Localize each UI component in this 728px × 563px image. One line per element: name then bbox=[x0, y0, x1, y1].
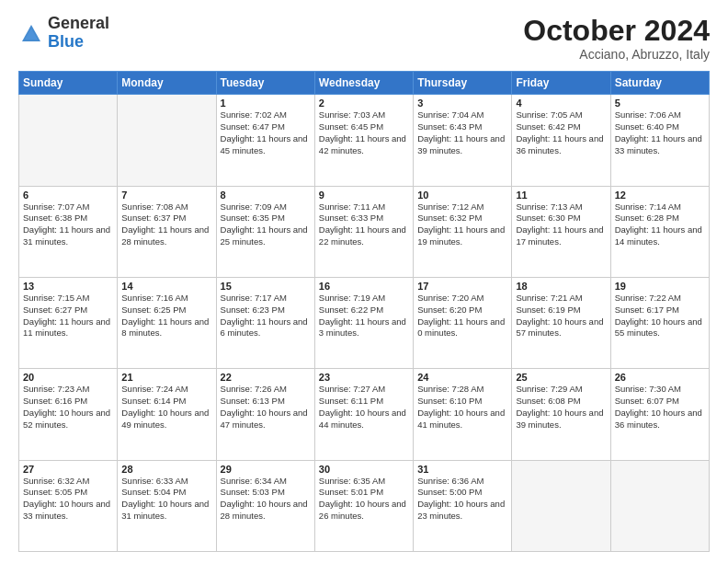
day-number: 22 bbox=[221, 372, 311, 383]
day-number: 4 bbox=[516, 98, 606, 109]
day-number: 18 bbox=[516, 281, 606, 292]
calendar-cell: 25 Sunrise: 7:29 AMSunset: 6:08 PMDaylig… bbox=[512, 369, 610, 460]
calendar-cell: 1 Sunrise: 7:02 AMSunset: 6:47 PMDayligh… bbox=[216, 95, 314, 186]
calendar: SundayMondayTuesdayWednesdayThursdayFrid… bbox=[18, 71, 710, 552]
calendar-cell: 20 Sunrise: 7:23 AMSunset: 6:16 PMDaylig… bbox=[19, 369, 118, 460]
day-header-wednesday: Wednesday bbox=[314, 72, 413, 95]
day-number: 1 bbox=[221, 98, 311, 109]
day-number: 19 bbox=[615, 281, 705, 292]
day-number: 23 bbox=[319, 372, 409, 383]
day-detail: Sunrise: 6:32 AMSunset: 5:05 PMDaylight:… bbox=[23, 476, 113, 523]
day-detail: Sunrise: 7:26 AMSunset: 6:13 PMDaylight:… bbox=[221, 384, 311, 431]
day-number: 15 bbox=[221, 281, 311, 292]
day-detail: Sunrise: 7:03 AMSunset: 6:45 PMDaylight:… bbox=[319, 109, 409, 156]
day-number: 21 bbox=[121, 372, 211, 383]
day-detail: Sunrise: 7:04 AMSunset: 6:43 PMDaylight:… bbox=[417, 109, 507, 156]
calendar-cell: 29 Sunrise: 6:34 AMSunset: 5:03 PMDaylig… bbox=[216, 460, 314, 551]
day-number: 24 bbox=[417, 372, 507, 383]
day-detail: Sunrise: 7:08 AMSunset: 6:37 PMDaylight:… bbox=[121, 201, 211, 248]
day-detail: Sunrise: 7:15 AMSunset: 6:27 PMDaylight:… bbox=[23, 293, 113, 339]
calendar-cell: 30 Sunrise: 6:35 AMSunset: 5:01 PMDaylig… bbox=[314, 460, 413, 551]
calendar-cell: 4 Sunrise: 7:05 AMSunset: 6:42 PMDayligh… bbox=[512, 95, 610, 186]
header: General Blue October 2024 Acciano, Abruz… bbox=[18, 15, 710, 62]
calendar-cell bbox=[610, 460, 709, 551]
calendar-cell: 10 Sunrise: 7:12 AMSunset: 6:32 PMDaylig… bbox=[414, 186, 512, 277]
day-number: 3 bbox=[417, 98, 507, 109]
day-detail: Sunrise: 6:34 AMSunset: 5:03 PMDaylight:… bbox=[221, 476, 311, 523]
day-detail: Sunrise: 7:28 AMSunset: 6:10 PMDaylight:… bbox=[417, 384, 507, 431]
day-number: 8 bbox=[221, 190, 311, 201]
calendar-cell: 24 Sunrise: 7:28 AMSunset: 6:10 PMDaylig… bbox=[414, 369, 512, 460]
day-number: 11 bbox=[516, 190, 606, 201]
day-number: 14 bbox=[121, 281, 211, 292]
calendar-week-1: 6 Sunrise: 7:07 AMSunset: 6:38 PMDayligh… bbox=[19, 186, 710, 277]
calendar-cell: 17 Sunrise: 7:20 AMSunset: 6:20 PMDaylig… bbox=[414, 277, 512, 368]
calendar-cell: 7 Sunrise: 7:08 AMSunset: 6:37 PMDayligh… bbox=[118, 186, 216, 277]
day-detail: Sunrise: 7:20 AMSunset: 6:20 PMDaylight:… bbox=[417, 293, 507, 339]
day-header-monday: Monday bbox=[118, 72, 216, 95]
day-number: 26 bbox=[615, 372, 705, 383]
location: Acciano, Abruzzo, Italy bbox=[523, 47, 710, 62]
calendar-cell: 31 Sunrise: 6:36 AMSunset: 5:00 PMDaylig… bbox=[414, 460, 512, 551]
day-detail: Sunrise: 7:17 AMSunset: 6:23 PMDaylight:… bbox=[221, 293, 311, 339]
day-detail: Sunrise: 7:21 AMSunset: 6:19 PMDaylight:… bbox=[516, 293, 606, 339]
day-detail: Sunrise: 7:11 AMSunset: 6:33 PMDaylight:… bbox=[319, 201, 409, 248]
calendar-cell: 15 Sunrise: 7:17 AMSunset: 6:23 PMDaylig… bbox=[216, 277, 314, 368]
day-detail: Sunrise: 6:35 AMSunset: 5:01 PMDaylight:… bbox=[319, 476, 409, 523]
calendar-week-0: 1 Sunrise: 7:02 AMSunset: 6:47 PMDayligh… bbox=[19, 95, 710, 186]
day-number: 27 bbox=[23, 464, 113, 475]
calendar-cell: 5 Sunrise: 7:06 AMSunset: 6:40 PMDayligh… bbox=[610, 95, 709, 186]
day-detail: Sunrise: 7:24 AMSunset: 6:14 PMDaylight:… bbox=[121, 384, 211, 431]
day-number: 28 bbox=[121, 464, 211, 475]
day-detail: Sunrise: 7:22 AMSunset: 6:17 PMDaylight:… bbox=[615, 293, 705, 339]
calendar-cell: 22 Sunrise: 7:26 AMSunset: 6:13 PMDaylig… bbox=[216, 369, 314, 460]
calendar-cell bbox=[512, 460, 610, 551]
calendar-week-2: 13 Sunrise: 7:15 AMSunset: 6:27 PMDaylig… bbox=[19, 277, 710, 368]
logo-general-text: General bbox=[48, 15, 109, 33]
calendar-cell: 28 Sunrise: 6:33 AMSunset: 5:04 PMDaylig… bbox=[118, 460, 216, 551]
day-header-thursday: Thursday bbox=[414, 72, 512, 95]
day-detail: Sunrise: 7:19 AMSunset: 6:22 PMDaylight:… bbox=[319, 293, 409, 339]
calendar-cell: 9 Sunrise: 7:11 AMSunset: 6:33 PMDayligh… bbox=[314, 186, 413, 277]
calendar-cell: 21 Sunrise: 7:24 AMSunset: 6:14 PMDaylig… bbox=[118, 369, 216, 460]
day-number: 30 bbox=[319, 464, 409, 475]
calendar-header: SundayMondayTuesdayWednesdayThursdayFrid… bbox=[19, 72, 710, 95]
day-detail: Sunrise: 7:29 AMSunset: 6:08 PMDaylight:… bbox=[516, 384, 606, 431]
day-detail: Sunrise: 7:30 AMSunset: 6:07 PMDaylight:… bbox=[615, 384, 705, 431]
day-number: 13 bbox=[23, 281, 113, 292]
calendar-cell: 2 Sunrise: 7:03 AMSunset: 6:45 PMDayligh… bbox=[314, 95, 413, 186]
day-detail: Sunrise: 7:05 AMSunset: 6:42 PMDaylight:… bbox=[516, 109, 606, 156]
logo-blue-text: Blue bbox=[48, 33, 109, 52]
day-header-friday: Friday bbox=[512, 72, 610, 95]
logo-icon bbox=[18, 21, 44, 47]
day-detail: Sunrise: 7:27 AMSunset: 6:11 PMDaylight:… bbox=[319, 384, 409, 431]
calendar-cell bbox=[19, 95, 118, 186]
calendar-body: 1 Sunrise: 7:02 AMSunset: 6:47 PMDayligh… bbox=[19, 95, 710, 552]
day-header-row: SundayMondayTuesdayWednesdayThursdayFrid… bbox=[19, 72, 710, 95]
calendar-cell: 14 Sunrise: 7:16 AMSunset: 6:25 PMDaylig… bbox=[118, 277, 216, 368]
calendar-cell: 3 Sunrise: 7:04 AMSunset: 6:43 PMDayligh… bbox=[414, 95, 512, 186]
day-number: 5 bbox=[615, 98, 705, 109]
calendar-cell: 8 Sunrise: 7:09 AMSunset: 6:35 PMDayligh… bbox=[216, 186, 314, 277]
day-number: 6 bbox=[23, 190, 113, 201]
day-number: 31 bbox=[417, 464, 507, 475]
page: General Blue October 2024 Acciano, Abruz… bbox=[0, 0, 728, 563]
day-number: 7 bbox=[121, 190, 211, 201]
calendar-cell: 13 Sunrise: 7:15 AMSunset: 6:27 PMDaylig… bbox=[19, 277, 118, 368]
calendar-cell: 18 Sunrise: 7:21 AMSunset: 6:19 PMDaylig… bbox=[512, 277, 610, 368]
day-detail: Sunrise: 7:16 AMSunset: 6:25 PMDaylight:… bbox=[121, 293, 211, 339]
day-detail: Sunrise: 6:33 AMSunset: 5:04 PMDaylight:… bbox=[121, 476, 211, 523]
calendar-week-4: 27 Sunrise: 6:32 AMSunset: 5:05 PMDaylig… bbox=[19, 460, 710, 551]
day-detail: Sunrise: 7:06 AMSunset: 6:40 PMDaylight:… bbox=[615, 109, 705, 156]
calendar-cell: 23 Sunrise: 7:27 AMSunset: 6:11 PMDaylig… bbox=[314, 369, 413, 460]
calendar-cell: 27 Sunrise: 6:32 AMSunset: 5:05 PMDaylig… bbox=[19, 460, 118, 551]
day-number: 2 bbox=[319, 98, 409, 109]
calendar-cell: 16 Sunrise: 7:19 AMSunset: 6:22 PMDaylig… bbox=[314, 277, 413, 368]
calendar-cell bbox=[118, 95, 216, 186]
day-number: 29 bbox=[221, 464, 311, 475]
day-header-saturday: Saturday bbox=[610, 72, 709, 95]
day-header-sunday: Sunday bbox=[19, 72, 118, 95]
calendar-cell: 11 Sunrise: 7:13 AMSunset: 6:30 PMDaylig… bbox=[512, 186, 610, 277]
day-number: 10 bbox=[417, 190, 507, 201]
day-detail: Sunrise: 7:12 AMSunset: 6:32 PMDaylight:… bbox=[417, 201, 507, 248]
